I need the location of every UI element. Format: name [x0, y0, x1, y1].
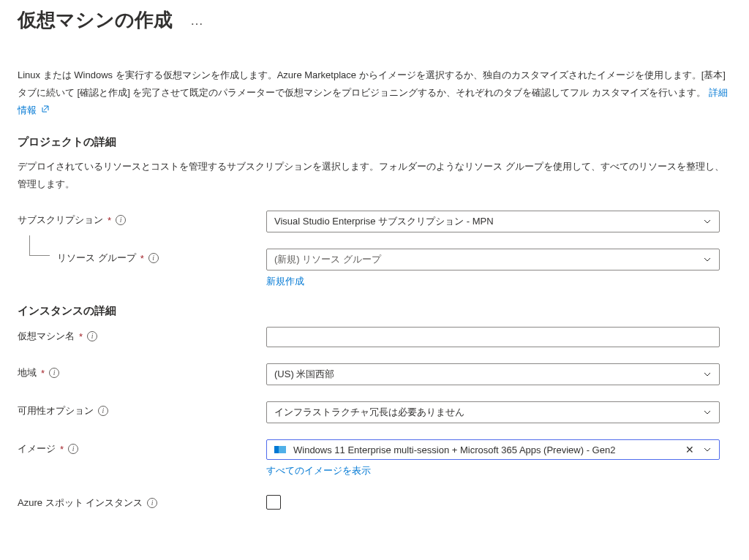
required-mark: * — [108, 215, 111, 226]
subscription-label: サブスクリプション — [18, 213, 103, 227]
indent-line — [29, 235, 50, 256]
chevron-down-icon — [703, 217, 712, 226]
section-heading-instance: インスタンスの詳細 — [18, 304, 731, 318]
region-label: 地域 — [18, 366, 37, 379]
vm-name-input[interactable] — [266, 327, 720, 347]
required-mark: * — [41, 368, 45, 379]
availability-value: インフラストラクチャ冗長は必要ありません — [274, 406, 464, 419]
required-mark: * — [60, 444, 64, 455]
section-desc-project: デプロイされているリソースとコストを管理するサブスクリプションを選択します。フォ… — [18, 158, 731, 193]
intro-paragraph: Linux または Windows を実行する仮想マシンを作成します。Azure… — [18, 67, 731, 119]
chevron-down-icon — [703, 370, 712, 379]
resource-group-placeholder: (新規) リソース グループ — [274, 253, 381, 266]
subscription-select[interactable]: Visual Studio Enterprise サブスクリプション - MPN — [266, 211, 720, 232]
region-select[interactable]: (US) 米国西部 — [266, 363, 720, 385]
image-value: Windows 11 Enterprise multi-session + Mi… — [293, 444, 615, 455]
image-label: イメージ — [18, 442, 56, 455]
availability-label: 可用性オプション — [18, 404, 94, 417]
more-menu-button[interactable]: … — [190, 13, 204, 33]
info-icon[interactable]: i — [98, 406, 108, 416]
page-title: 仮想マシンの作成 — [18, 0, 173, 46]
required-mark: * — [140, 253, 144, 264]
info-icon[interactable]: i — [147, 498, 157, 508]
clear-image-button[interactable]: ✕ — [685, 444, 694, 455]
info-icon[interactable]: i — [68, 444, 78, 454]
vm-name-label: 仮想マシン名 — [18, 330, 75, 343]
intro-text: Linux または Windows を実行する仮想マシンを作成します。Azure… — [18, 69, 726, 98]
section-heading-project: プロジェクトの詳細 — [18, 135, 731, 149]
new-resource-group-link[interactable]: 新規作成 — [266, 276, 304, 287]
subscription-value: Visual Studio Enterprise サブスクリプション - MPN — [274, 215, 494, 228]
info-icon[interactable]: i — [116, 215, 126, 225]
all-images-link[interactable]: すべてのイメージを表示 — [266, 465, 371, 476]
chevron-down-icon — [703, 408, 712, 417]
info-icon[interactable]: i — [87, 331, 97, 341]
spot-instance-checkbox[interactable] — [266, 495, 281, 510]
info-icon[interactable]: i — [49, 368, 59, 378]
resource-group-label: リソース グループ — [57, 251, 136, 265]
region-value: (US) 米国西部 — [274, 368, 334, 381]
windows-image-icon — [274, 446, 286, 453]
external-link-icon — [38, 105, 50, 116]
chevron-down-icon — [703, 255, 712, 264]
chevron-down-icon — [703, 445, 712, 454]
availability-select[interactable]: インフラストラクチャ冗長は必要ありません — [266, 401, 720, 423]
required-mark: * — [79, 331, 83, 342]
image-select[interactable]: Windows 11 Enterprise multi-session + Mi… — [266, 439, 720, 460]
info-icon[interactable]: i — [148, 253, 159, 263]
resource-group-select[interactable]: (新規) リソース グループ — [266, 249, 720, 270]
spot-instance-label: Azure スポット インスタンス — [18, 496, 143, 510]
